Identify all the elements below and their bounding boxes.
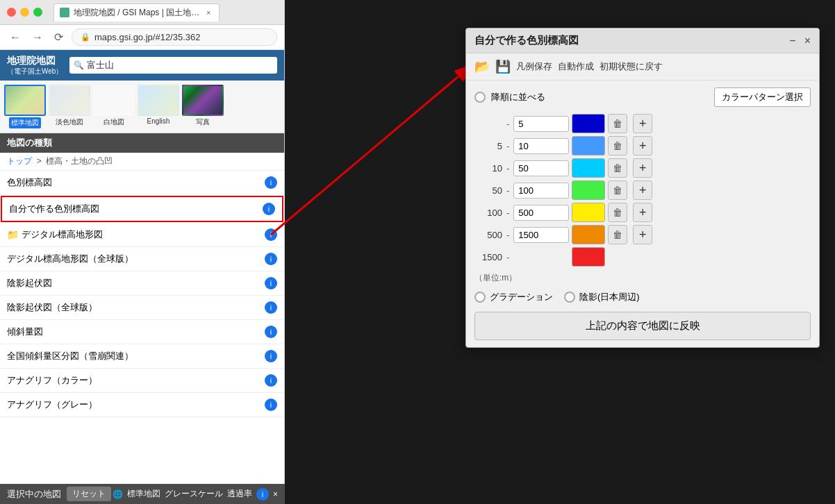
- thumb-white[interactable]: 白地図: [93, 85, 135, 128]
- tab-title: 地理院地図 / GSI Maps | 国土地…: [74, 7, 199, 19]
- folder-open-icon: 📂: [474, 59, 490, 74]
- elev-delete-1[interactable]: 🗑: [608, 136, 627, 156]
- thumb-standard[interactable]: 標準地図: [4, 85, 46, 128]
- list-item-8[interactable]: アナグリフ（カラー） i: [0, 369, 284, 393]
- elev-input-5[interactable]: [513, 227, 569, 243]
- tab-close-button[interactable]: ×: [204, 8, 213, 17]
- list-item-6-info[interactable]: i: [265, 326, 277, 338]
- elev-delete-0[interactable]: 🗑: [608, 114, 627, 133]
- elev-color-2[interactable]: [572, 158, 605, 178]
- elev-input-4[interactable]: [513, 205, 569, 221]
- list-item-7[interactable]: 全国傾斜量区分図（雪崩関連） i: [0, 344, 284, 369]
- sort-left: 降順に並べる: [474, 91, 545, 103]
- reload-button[interactable]: ⟳: [51, 29, 66, 45]
- url-text: maps.gsi.go.jp/#12/35.362: [94, 32, 201, 42]
- elev-row-2: 10 - 🗑 +: [474, 158, 811, 178]
- folder-button[interactable]: 📂: [474, 59, 490, 74]
- elev-add-2[interactable]: +: [633, 158, 652, 178]
- list-item-7-info[interactable]: i: [265, 350, 277, 362]
- url-input[interactable]: 🔒 maps.gsi.go.jp/#12/35.362: [72, 28, 277, 46]
- list-item-6-left: 傾斜量図: [7, 326, 43, 338]
- list-item-9[interactable]: アナグリフ（グレー） i: [0, 393, 284, 417]
- list-item-5-info[interactable]: i: [265, 301, 277, 314]
- legend-save-button[interactable]: 凡例保存: [516, 60, 552, 73]
- thumb-photo-label: 写真: [196, 117, 210, 127]
- elev-input-2[interactable]: [513, 160, 569, 176]
- elev-delete-2[interactable]: 🗑: [608, 158, 627, 178]
- list-item-2[interactable]: 📁 デジタル標高地形図 i: [0, 223, 284, 247]
- minimize-traffic-light[interactable]: [20, 8, 29, 17]
- elev-add-1[interactable]: +: [633, 136, 652, 156]
- dialog-controls: − ×: [789, 35, 811, 47]
- elev-color-4[interactable]: [572, 203, 605, 222]
- maximize-traffic-light[interactable]: [33, 8, 42, 17]
- dialog-minimize-button[interactable]: −: [789, 35, 795, 47]
- elev-color-3[interactable]: [572, 180, 605, 200]
- map-title-block: 地理院地図 （電子国土Web）: [7, 54, 63, 76]
- list-item-8-info[interactable]: i: [265, 374, 277, 387]
- list-item-3-info[interactable]: i: [265, 253, 277, 265]
- elev-color-0[interactable]: [572, 114, 605, 133]
- forward-button[interactable]: →: [29, 30, 46, 45]
- elev-input-3[interactable]: [513, 183, 569, 199]
- search-text: 富士山: [87, 59, 114, 72]
- elev-color-1[interactable]: [572, 136, 605, 156]
- sidebar-content: 地理院地図 （電子国土Web） 🔍 富士山 標準地図 淡色地図 白地図: [0, 50, 284, 504]
- list-item-4-left: 陰影起伏図: [7, 277, 52, 289]
- elev-delete-5[interactable]: 🗑: [608, 225, 627, 244]
- list-item-8-left: アナグリフ（カラー）: [7, 374, 97, 387]
- list-item-0-info[interactable]: i: [265, 176, 277, 189]
- elev-delete-4[interactable]: 🗑: [608, 203, 627, 222]
- gradient-radio[interactable]: [474, 292, 486, 303]
- shadow-option: 陰影(日本周辺): [564, 291, 640, 303]
- unit-text: （単位:m）: [474, 272, 811, 284]
- shadow-radio[interactable]: [564, 292, 575, 303]
- apply-button[interactable]: 上記の内容で地図に反映: [474, 312, 811, 340]
- list-item-0[interactable]: 色別標高図 i: [0, 171, 284, 195]
- list-item-5[interactable]: 陰影起伏図（全球版） i: [0, 296, 284, 320]
- browser-window: 地理院地図 / GSI Maps | 国土地… × ← → ⟳ 🔒 maps.g…: [0, 0, 285, 504]
- elev-color-last[interactable]: [572, 247, 605, 267]
- breadcrumb-top[interactable]: トップ: [7, 156, 32, 166]
- thumb-photo[interactable]: 写真: [182, 85, 224, 128]
- search-icon: 🔍: [74, 60, 84, 70]
- list-item-2-info[interactable]: i: [265, 228, 277, 241]
- tab-favicon: [60, 8, 69, 17]
- back-button[interactable]: ←: [7, 30, 24, 45]
- elev-delete-3[interactable]: 🗑: [608, 180, 627, 200]
- list-item-6[interactable]: 傾斜量図 i: [0, 320, 284, 344]
- reset-initial-button[interactable]: 初期状態に戻す: [600, 60, 663, 73]
- list-item-7-label: 全国傾斜量区分図（雪崩関連）: [7, 350, 133, 362]
- sort-radio[interactable]: [474, 92, 486, 103]
- elev-input-0[interactable]: [513, 116, 569, 132]
- elev-add-4[interactable]: +: [633, 203, 652, 222]
- list-item-5-left: 陰影起伏図（全球版）: [7, 301, 97, 314]
- list-item-9-info[interactable]: i: [265, 398, 277, 411]
- dialog-title: 自分で作る色別標高図: [474, 34, 579, 47]
- bottom-close-icon[interactable]: ×: [273, 489, 278, 499]
- list-item-4[interactable]: 陰影起伏図 i: [0, 271, 284, 296]
- save-button[interactable]: 💾: [495, 59, 511, 74]
- thumb-pale[interactable]: 淡色地図: [49, 85, 90, 128]
- color-elevation-dialog: 自分で作る色別標高図 − × 📂 💾 凡例保存 自動作成 初期状態に戻す 降順に…: [465, 28, 820, 348]
- elev-add-0[interactable]: +: [633, 114, 652, 133]
- list-item-1-info[interactable]: i: [263, 203, 275, 215]
- close-traffic-light[interactable]: [7, 8, 16, 17]
- browser-tab[interactable]: 地理院地図 / GSI Maps | 国土地… ×: [53, 3, 220, 22]
- list-item-1[interactable]: 自分で作る色別標高図 i: [1, 196, 283, 222]
- elev-add-3[interactable]: +: [633, 180, 652, 200]
- auto-create-button[interactable]: 自動作成: [558, 60, 594, 73]
- search-box[interactable]: 🔍 富士山: [69, 57, 277, 74]
- bottom-info-badge[interactable]: i: [256, 488, 269, 501]
- list-item-6-label: 傾斜量図: [7, 326, 43, 338]
- elev-add-5[interactable]: +: [633, 225, 652, 244]
- elev-color-5[interactable]: [572, 225, 605, 244]
- color-pattern-button[interactable]: カラーパターン選択: [714, 87, 811, 107]
- thumb-english[interactable]: English: [138, 85, 179, 128]
- elev-input-1[interactable]: [513, 138, 569, 154]
- list-item-4-info[interactable]: i: [265, 277, 277, 289]
- sort-row: 降順に並べる カラーパターン選択: [474, 87, 811, 107]
- reset-button[interactable]: リセット: [67, 487, 111, 501]
- list-item-3[interactable]: デジタル標高地形図（全球版） i: [0, 247, 284, 271]
- dialog-close-button[interactable]: ×: [804, 35, 811, 47]
